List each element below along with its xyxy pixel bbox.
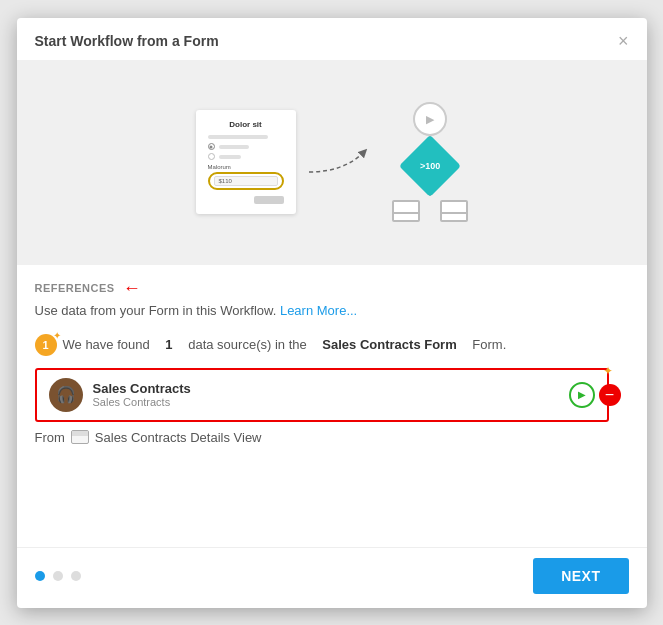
ds-remove-icon: − [605,386,614,404]
form-line [208,135,269,139]
form-radio-line2 [219,155,242,159]
form-radio-line [219,145,249,149]
badge-wrapper: 1 ✦ [35,334,57,356]
ds-name: Sales Contracts [93,381,559,396]
mail-node-right [440,200,468,222]
data-source-row[interactable]: 🎧 Sales Contracts Sales Contracts ▶ ✦ [35,368,609,422]
play-node: ▶ [413,102,447,136]
form-submit-btn [254,196,284,204]
ds-text: Sales Contracts Sales Contracts [93,381,559,408]
from-row: From Sales Contracts Details View [35,430,629,445]
ds-headphones-icon: 🎧 [56,385,76,404]
dot-1 [35,571,45,581]
ds-play-button[interactable]: ▶ [569,382,595,408]
description-text: Use data from your Form in this Workflow… [35,303,629,318]
pagination-dots [35,571,81,581]
dashed-arrow-svg [304,142,384,182]
ds-play-icon: ▶ [578,389,586,400]
data-source-container: 🎧 Sales Contracts Sales Contracts ▶ ✦ − [35,368,609,422]
badge-star-icon: ✦ [53,330,61,341]
mail-nodes [392,200,468,222]
next-button[interactable]: NEXT [533,558,628,594]
form-radio-unchecked [208,153,215,160]
form-card-title: Dolor sit [208,120,284,129]
diamond-label: >100 [419,161,439,171]
form-input-box: $110 [214,176,278,186]
references-label: REFERENCES [35,282,115,294]
from-view-icon [71,430,89,444]
found-form-name: Sales Contracts Form [322,337,456,352]
modal-title: Start Workflow from a Form [35,33,219,49]
found-row: 1 ✦ We have found 1 data source(s) in th… [35,334,629,356]
modal-footer: NEXT [17,547,647,608]
play-icon: ▶ [426,113,434,126]
arrow-connector [304,142,384,182]
diamond-node: >100 [408,144,452,188]
form-highlighted: $110 [208,172,284,190]
found-text-after: Form. [472,337,506,352]
ds-remove-button[interactable]: − [599,384,621,406]
ds-sub: Sales Contracts [93,396,559,408]
found-text-middle: data source(s) in the [188,337,307,352]
ds-icon: 🎧 [49,378,83,412]
references-arrow-icon: ← [123,279,141,297]
modal-header: Start Workflow from a Form × [17,18,647,60]
learn-more-link[interactable]: Learn More... [280,303,357,318]
found-count: 1 [165,337,172,352]
found-text-before: We have found [63,337,150,352]
mail-node-left [392,200,420,222]
close-button[interactable]: × [618,32,629,50]
content-area: REFERENCES ← Use data from your Form in … [17,265,647,547]
from-label: From [35,430,65,445]
form-radio-row2 [208,153,284,160]
dot-3 [71,571,81,581]
modal: Start Workflow from a Form × Dolor sit M… [17,18,647,608]
form-radio-row [208,143,284,150]
form-card: Dolor sit Malorum $110 [196,110,296,214]
dot-2 [53,571,63,581]
from-view-name: Sales Contracts Details View [95,430,262,445]
workflow-nodes: ▶ >100 [392,102,468,222]
references-row: REFERENCES ← [35,279,629,297]
illustration-area: Dolor sit Malorum $110 [17,60,647,265]
form-radio-checked [208,143,215,150]
form-field-label: Malorum [208,164,284,170]
desc-static: Use data from your Form in this Workflow… [35,303,277,318]
corner-star-icon: ✦ [603,364,613,378]
